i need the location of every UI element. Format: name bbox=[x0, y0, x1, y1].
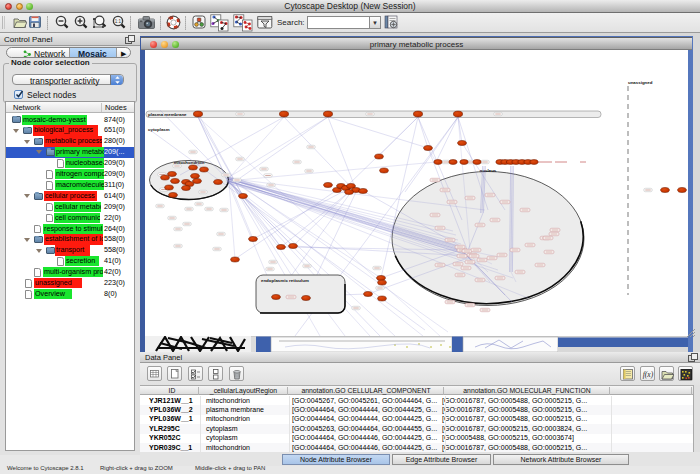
svg-text:unassigned: unassigned bbox=[628, 80, 653, 85]
svg-text:plasma membrane: plasma membrane bbox=[148, 112, 187, 117]
svg-text:endoplasmic reticulum: endoplasmic reticulum bbox=[261, 278, 309, 283]
svg-text:1:1: 1:1 bbox=[115, 19, 122, 24]
svg-text:f(x): f(x) bbox=[642, 370, 653, 379]
